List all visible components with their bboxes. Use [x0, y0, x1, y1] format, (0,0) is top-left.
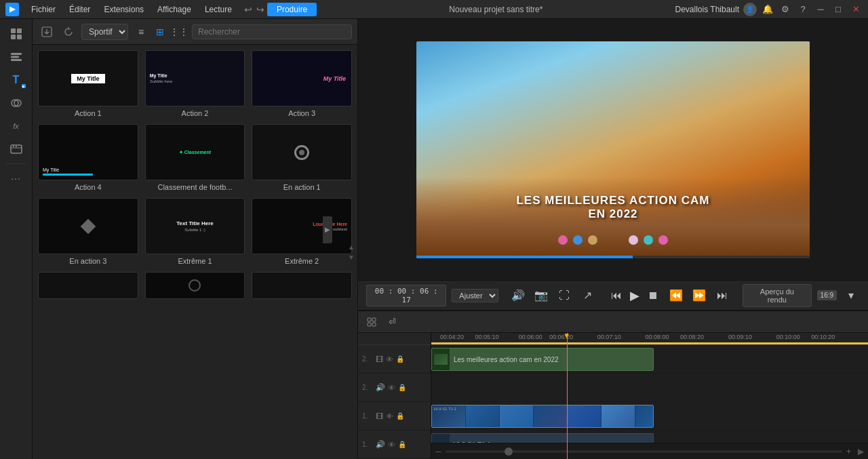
left-toolbar: T ▶ fx ··· [0, 19, 33, 459]
render-preview-btn[interactable]: Aperçu du rendu [743, 284, 811, 307]
template-thumb-action3: My Title [252, 50, 352, 106]
template-more1[interactable] [38, 272, 138, 299]
template-name-action4: Action 4 [75, 183, 102, 191]
menu-extensions[interactable]: Extensions [98, 3, 149, 16]
template-thumb-action1: My Title [38, 50, 138, 106]
lock-icon-1v[interactable]: 🔒 [396, 412, 404, 420]
timeline-toolbar: ⏎ [358, 311, 868, 333]
zoom-slider[interactable] [446, 450, 842, 453]
template-action3[interactable]: My Title Action 3 [252, 50, 352, 117]
template-thumb-enaction1 [252, 124, 352, 180]
template-name-enaction1: En action 1 [283, 183, 321, 191]
lock-icon-1a[interactable]: 🔒 [398, 441, 406, 448]
fullscreen-btn[interactable]: ⛶ [555, 286, 573, 305]
template-extreme2[interactable]: Loud Title Heresubtext Extrême 2 [252, 198, 352, 265]
notification-icon[interactable]: 🔔 [761, 3, 774, 16]
tool-media[interactable] [4, 23, 28, 45]
template-action1[interactable]: My Title Action 1 [38, 50, 138, 117]
scroll-down-btn[interactable]: ▼ [348, 254, 355, 261]
svg-rect-15 [368, 318, 371, 321]
settings-icon[interactable]: ⚙ [778, 3, 792, 16]
svg-rect-17 [368, 323, 371, 326]
ruler-mark-9: 00:10:20 [811, 334, 835, 340]
template-action4[interactable]: My Title Action 4 [38, 124, 138, 191]
dot-1 [558, 235, 568, 245]
step-back-btn[interactable]: ⏮ [607, 286, 626, 305]
tool-title[interactable]: T ▶ [4, 69, 28, 91]
zoom-minus-btn[interactable]: ─ [435, 447, 441, 456]
tool-timeline[interactable] [4, 46, 28, 68]
project-title: Nouveau projet sans titre* [449, 5, 542, 14]
eye-icon-2a[interactable]: 👁 [388, 384, 395, 392]
eye-icon-2v[interactable]: 👁 [386, 355, 393, 363]
tool-fx[interactable]: fx [4, 115, 28, 137]
ruler-mark-7: 00:09:10 [728, 334, 752, 340]
ruler-mark-0: 00:04:20 [440, 334, 464, 340]
template-extreme1[interactable]: Text Title Here Subtitle 1 :) Extrême 1 [145, 198, 245, 265]
import-btn[interactable] [38, 23, 56, 41]
template-name-enaction3: En action 3 [69, 257, 106, 265]
lock-icon-2v[interactable]: 🔒 [396, 355, 404, 363]
ratio-badge: 16:9 [817, 290, 837, 300]
undo-icon[interactable]: ↩ [244, 4, 252, 15]
template-thumb-extreme2: Loud Title Heresubtext [252, 198, 352, 254]
template-enaction1[interactable]: En action 1 [252, 124, 352, 191]
menu-lecture[interactable]: Lecture [199, 3, 237, 16]
category-select[interactable]: Sportif [81, 24, 128, 40]
volume-btn[interactable]: 🔊 [509, 286, 527, 305]
lock-icon-2a[interactable]: 🔒 [398, 384, 406, 391]
fit-select[interactable]: Ajuster [452, 289, 498, 302]
ruler-mark-5: 00:08:00 [646, 334, 669, 340]
scroll-up-btn[interactable]: ▲ [348, 243, 355, 251]
track-label-1v: 1. 🎞 👁 🔒 [358, 402, 431, 431]
redo-icon[interactable]: ↪ [256, 4, 264, 15]
ratio-dropdown-btn[interactable]: ▾ [842, 286, 860, 305]
svg-rect-16 [372, 318, 376, 321]
maximize-icon[interactable]: □ [831, 3, 845, 16]
menu-fichier[interactable]: Fichier [26, 3, 61, 16]
clip-video-main[interactable]: 16:9 S1 T1:1 [431, 405, 654, 428]
zoom-plus-btn[interactable]: + [846, 447, 851, 456]
export-btn[interactable]: ↗ [578, 286, 596, 305]
menu-editer[interactable]: Éditer [64, 3, 96, 16]
user-area: Devallois Thibault 👤 🔔 ⚙ ? ─ □ ✕ [675, 3, 863, 16]
track-label-2v: 2. 🎞 👁 🔒 [358, 345, 431, 374]
template-more3[interactable] [252, 272, 352, 299]
frame-fwd-btn[interactable]: ⏩ [690, 286, 709, 305]
produce-button[interactable]: Produire [267, 3, 317, 16]
clip-title-les-meilleures[interactable]: Les meilleures action cam en 2022 [431, 348, 654, 371]
frame-back-btn[interactable]: ⏪ [667, 286, 686, 305]
step-fwd-btn[interactable]: ⏭ [713, 286, 732, 305]
template-enaction3[interactable]: En action 3 [38, 198, 138, 265]
stop-btn[interactable]: ⏹ [644, 286, 663, 305]
track-row-1v: 16:9 S1 T1:1 [431, 402, 868, 431]
timecode: 00 : 00 : 06 : 17 [366, 285, 446, 306]
template-more2[interactable] [145, 272, 245, 299]
minimize-icon[interactable]: ─ [814, 3, 827, 16]
search-input[interactable] [192, 24, 352, 39]
question-icon[interactable]: ? [796, 3, 810, 16]
tl-grid-btn[interactable] [363, 314, 380, 330]
eye-icon-1a[interactable]: 👁 [388, 441, 395, 449]
play-btn[interactable]: ▶ [630, 288, 639, 303]
panel-expand-btn[interactable]: ▶ [323, 216, 332, 243]
template-classement[interactable]: ✦ Classement Classement de footb... [145, 124, 245, 191]
menu-affichage[interactable]: Affichage [152, 3, 197, 16]
dot-3 [588, 235, 597, 245]
tool-more[interactable]: ··· [4, 167, 28, 189]
tool-transitions[interactable] [4, 92, 28, 114]
tool-sticker[interactable] [4, 138, 28, 160]
film-icon-1v: 🎞 [376, 412, 383, 420]
svg-rect-3 [17, 35, 22, 39]
view-list-btn[interactable]: ≡ [132, 23, 150, 41]
snapshot-btn[interactable]: 📷 [532, 286, 550, 305]
scroll-right-btn[interactable]: ▶ [858, 447, 864, 456]
view-multi-btn[interactable]: ⋮⋮ [170, 23, 188, 41]
refresh-btn[interactable] [60, 23, 77, 41]
view-grid-btn[interactable]: ⊞ [151, 23, 169, 41]
tl-magnet-btn[interactable]: ⏎ [384, 314, 400, 330]
zoom-slider-thumb[interactable] [505, 447, 513, 456]
eye-icon-1v[interactable]: 👁 [386, 412, 393, 420]
template-action2[interactable]: My Title Subtitle here Action 2 [145, 50, 245, 117]
close-icon[interactable]: ✕ [849, 3, 863, 16]
